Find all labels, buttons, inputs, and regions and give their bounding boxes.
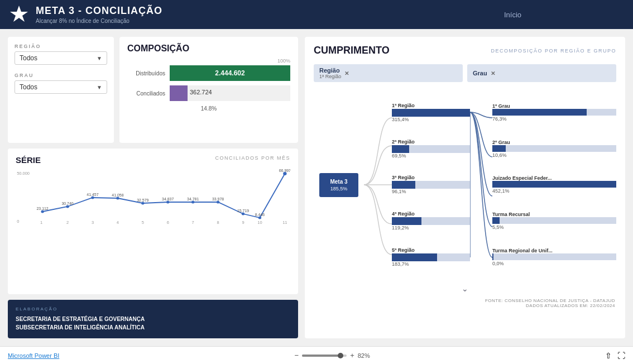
comp-100-label: 100% [127, 58, 290, 64]
fonte-label: FONTE: [485, 298, 503, 303]
region-1: 1ª Região 315,4% [392, 103, 470, 122]
elaboracao-line1: SECRETARIA DE ESTRATÉGIA E GOVERNANÇA [16, 315, 290, 323]
svg-text:23.112: 23.112 [37, 207, 49, 210]
regiao-label: REGIÃO [15, 44, 107, 49]
zoom-plus-icon[interactable]: + [350, 351, 354, 360]
svg-point-7 [141, 202, 144, 205]
grade5-bar [492, 253, 493, 260]
serie-title: SÉRIE [16, 155, 41, 165]
svg-point-10 [217, 201, 219, 204]
region4-bar [392, 217, 421, 225]
svg-text:41.457: 41.457 [87, 193, 99, 197]
share-icon[interactable]: ⇧ [605, 351, 612, 360]
decomp-chart: Meta 3 185,5% 1ª Região [314, 90, 616, 280]
powerbi-link[interactable]: Microsoft Power BI [8, 352, 59, 359]
distributed-row: Distribuídos 2.444.602 [127, 65, 290, 81]
svg-text:8.446: 8.446 [255, 213, 265, 217]
region1-bar [392, 109, 470, 117]
grade3-bar [492, 181, 616, 188]
connector1-svg [364, 90, 392, 280]
svg-text:2: 2 [66, 220, 69, 225]
left-panel: REGIÃO Todos ▼ GRAU Todos ▼ COMPOSIÇÃO 1… [8, 37, 298, 338]
svg-point-4 [66, 205, 69, 208]
svg-text:34.837: 34.837 [162, 197, 174, 201]
svg-text:50.000: 50.000 [17, 171, 30, 176]
tag-grau[interactable]: Grau ✕ [467, 64, 616, 82]
svg-text:8: 8 [217, 220, 219, 225]
connector1 [364, 90, 392, 280]
svg-text:1: 1 [40, 220, 42, 225]
elaboracao-label: ELABORAÇÃO [16, 306, 290, 312]
regiao-chevron-icon: ▼ [97, 55, 102, 61]
grade2-bar [492, 145, 506, 152]
distributed-value: 2.444.602 [215, 69, 244, 77]
meta3-pct: 185,5% [323, 186, 355, 191]
svg-point-12 [258, 217, 261, 219]
svg-point-11 [242, 213, 244, 215]
regiao-select[interactable]: Todos ▼ [15, 51, 107, 65]
grade-4: Turma Recursal 5,5% [492, 212, 616, 230]
region3-bar [392, 181, 415, 189]
elaboracao-card: ELABORAÇÃO SECRETARIA DE ESTRATÉGIA E GO… [8, 300, 298, 338]
svg-text:7: 7 [192, 220, 194, 225]
conciliated-label: Conciliados [127, 90, 165, 97]
svg-text:11: 11 [282, 220, 287, 225]
zoom-minus-icon[interactable]: − [295, 351, 299, 360]
serie-header: SÉRIE CONCILIADOS POR MÊS [16, 155, 290, 165]
composition-card: COMPOSIÇÃO 100% Distribuídos 2.444.602 C… [119, 37, 298, 143]
svg-text:9: 9 [242, 220, 244, 225]
scroll-down-icon[interactable]: ⌄ [314, 284, 616, 293]
conciliated-value: 362.724 [190, 89, 212, 95]
zoom-thumb[interactable] [338, 353, 343, 358]
meta3-label: Meta 3 [323, 179, 355, 185]
svg-text:3: 3 [92, 220, 94, 225]
connector2 [470, 90, 492, 280]
distributed-label: Distribuídos [127, 70, 165, 76]
tag-regiao-sub: 1ª Região [319, 74, 341, 79]
elaboracao-line2: SUBSECRETARIA DE INTELIGÊNCIA ANALÍTICA [16, 323, 290, 332]
svg-text:66.997: 66.997 [279, 169, 290, 173]
grade4-bar [492, 217, 500, 224]
regiao-value: Todos [20, 54, 37, 62]
svg-text:33.978: 33.978 [212, 197, 224, 201]
grau-value: Todos [20, 83, 37, 91]
nav-inicio[interactable]: Início [504, 11, 521, 19]
region2-bar [392, 145, 409, 153]
logo-icon [9, 4, 29, 25]
grau-chevron-icon: ▼ [97, 84, 102, 90]
svg-marker-0 [10, 6, 28, 22]
svg-text:6: 6 [167, 220, 169, 225]
tag-regiao-close-icon[interactable]: ✕ [344, 70, 349, 76]
fullscreen-icon[interactable]: ⛶ [617, 351, 625, 360]
cumprimento-title: CUMPRIMENTO [314, 45, 390, 56]
serie-card: SÉRIE CONCILIADOS POR MÊS 50.000 0 [8, 149, 298, 294]
filter-tags: Região 1ª Região ✕ Grau ✕ [314, 64, 616, 82]
region5-bar [392, 253, 437, 261]
grade1-bar [492, 109, 587, 116]
tag-regiao-label: Região [319, 67, 341, 74]
grau-select[interactable]: Todos ▼ [15, 80, 107, 94]
svg-text:10: 10 [257, 220, 262, 225]
tag-grau-label: Grau [473, 70, 487, 76]
serie-subtitle: CONCILIADOS POR MÊS [215, 155, 290, 161]
svg-text:34.781: 34.781 [187, 197, 199, 201]
region-2: 2ª Região 69,5% [392, 139, 470, 159]
filters-card: REGIÃO Todos ▼ GRAU Todos ▼ [8, 37, 114, 143]
right-panel: CUMPRIMENTO DECOMPOSIÇÃO POR REGIÃO E GR… [305, 37, 625, 338]
zoom-value: 82% [358, 352, 370, 359]
svg-text:4: 4 [117, 220, 119, 225]
svg-text:32.579: 32.579 [137, 198, 149, 202]
page-subtitle: Alcançar 8% no Índice de Conciliação [36, 18, 162, 24]
bottom-right-icons: ⇧ ⛶ [605, 351, 625, 360]
zoom-fill [302, 355, 339, 357]
tag-grau-close-icon[interactable]: ✕ [491, 70, 495, 76]
region-4: 4ª Região 119,2% [392, 211, 470, 231]
source-note: FONTE: CONSELHO NACIONAL DE JUSTIÇA - DA… [485, 298, 615, 308]
decomposicao-label: DECOMPOSIÇÃO POR REGIÃO E GRUPO [491, 48, 616, 54]
svg-text:0: 0 [17, 219, 19, 224]
svg-point-6 [116, 197, 119, 200]
fonte-value: CONSELHO NACIONAL DE JUSTIÇA - DATAJUD [505, 298, 615, 303]
region-5: 5ª Região 183,7% [392, 247, 470, 267]
region-3: 3ª Região 96,1% [392, 175, 470, 194]
tag-regiao[interactable]: Região 1ª Região ✕ [314, 64, 463, 82]
